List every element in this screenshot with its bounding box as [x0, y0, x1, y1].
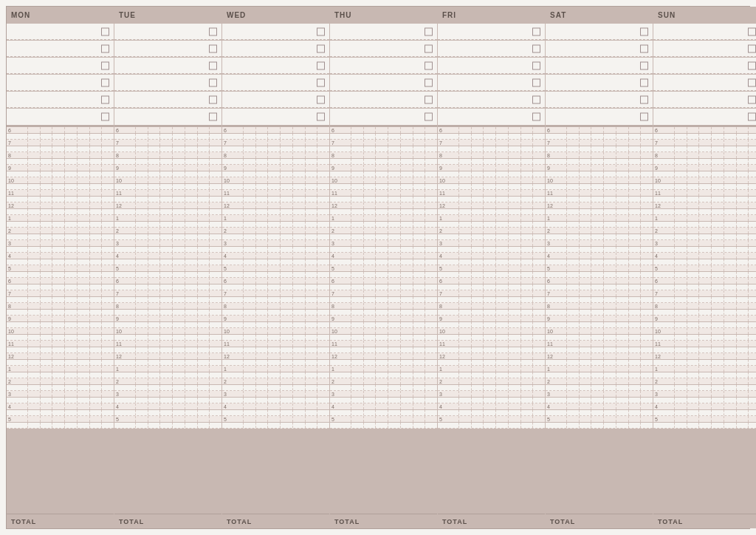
- time-cell-0-18-5[interactable]: [78, 353, 90, 359]
- time-subcell-3-0-4[interactable]: [388, 134, 401, 139]
- time-cell-6-10-3[interactable]: [699, 253, 712, 259]
- time-cell-3-13-5[interactable]: [401, 290, 413, 296]
- time-cell-5-2-3[interactable]: [591, 152, 604, 158]
- time-subcell-4-8-3[interactable]: [484, 234, 496, 239]
- time-subcell-0-4-4[interactable]: [65, 184, 78, 189]
- time-subcell-3-22-2[interactable]: [364, 410, 377, 415]
- time-subcell-3-15-0[interactable]: [339, 322, 351, 327]
- time-subcell-1-18-7[interactable]: [210, 360, 221, 365]
- time-cell-3-1-0[interactable]: [339, 140, 351, 146]
- time-cell-0-8-0[interactable]: [16, 228, 28, 234]
- time-cell-4-1-3[interactable]: [484, 140, 496, 146]
- time-cell-4-9-3[interactable]: [484, 240, 496, 246]
- time-cell-6-23-4[interactable]: [712, 416, 724, 422]
- time-subcell-4-19-0[interactable]: [447, 372, 459, 378]
- time-subcell-6-8-0[interactable]: [662, 234, 675, 239]
- time-cell-1-4-2[interactable]: [148, 177, 161, 183]
- time-cell-2-15-4[interactable]: [281, 316, 293, 321]
- time-cell-5-15-3[interactable]: [591, 316, 604, 321]
- time-subcell-1-0-3[interactable]: [160, 134, 173, 139]
- time-subcell-1-14-3[interactable]: [160, 310, 173, 315]
- time-cell-4-9-2[interactable]: [472, 240, 484, 246]
- time-cell-3-11-3[interactable]: [376, 265, 388, 271]
- time-cell-3-15-4[interactable]: [388, 316, 401, 321]
- time-cell-6-12-7[interactable]: [749, 278, 756, 284]
- time-subcell-2-6-6[interactable]: [306, 209, 318, 214]
- time-subcell-6-1-3[interactable]: [699, 146, 712, 151]
- time-subcell-0-4-3[interactable]: [52, 184, 65, 189]
- time-cell-4-15-5[interactable]: [509, 316, 521, 321]
- time-subcell-6-14-3[interactable]: [699, 310, 712, 315]
- time-subcell-2-18-2[interactable]: [256, 360, 269, 365]
- time-subcell-4-14-5[interactable]: [509, 310, 521, 315]
- time-subcell-0-1-3[interactable]: [52, 146, 65, 151]
- time-cell-3-13-7[interactable]: [425, 290, 437, 296]
- time-cell-6-13-6[interactable]: [737, 290, 749, 296]
- time-cell-6-4-7[interactable]: [749, 177, 756, 183]
- time-cell-3-15-3[interactable]: [376, 316, 388, 321]
- time-cell-3-21-4[interactable]: [388, 391, 401, 397]
- time-subcell-0-5-5[interactable]: [78, 197, 90, 202]
- time-subcell-0-21-4[interactable]: [65, 398, 78, 403]
- time-cell-0-18-6[interactable]: [90, 353, 103, 359]
- time-cell-5-3-3[interactable]: [591, 165, 604, 171]
- time-subcell-0-8-2[interactable]: [41, 234, 53, 239]
- time-subcell-4-0-2[interactable]: [472, 134, 484, 139]
- time-subcell-2-0-4[interactable]: [281, 134, 293, 139]
- time-subcell-4-21-7[interactable]: [533, 398, 545, 403]
- time-subcell-2-22-1[interactable]: [244, 410, 256, 415]
- time-cell-2-14-5[interactable]: [293, 303, 306, 309]
- time-subcell-3-20-6[interactable]: [413, 385, 426, 390]
- time-cell-5-19-7[interactable]: [641, 366, 653, 372]
- checkbox-row-1-4[interactable]: [114, 92, 221, 108]
- time-cell-3-15-7[interactable]: [425, 316, 437, 321]
- time-subcell-0-22-1[interactable]: [28, 410, 41, 415]
- checkbox-3-4[interactable]: [425, 95, 433, 103]
- time-subcell-3-22-5[interactable]: [401, 410, 413, 415]
- time-subcell-6-7-3[interactable]: [699, 222, 712, 227]
- time-cell-3-8-3[interactable]: [376, 228, 388, 234]
- time-cell-3-13-6[interactable]: [413, 290, 426, 296]
- time-subcell-2-7-2[interactable]: [256, 222, 269, 227]
- time-cell-2-14-3[interactable]: [268, 303, 281, 309]
- checkbox-row-6-4[interactable]: [653, 92, 756, 108]
- time-cell-1-3-2[interactable]: [148, 165, 161, 171]
- time-subcell-2-21-6[interactable]: [306, 398, 318, 403]
- time-subcell-6-4-1[interactable]: [675, 184, 687, 189]
- time-cell-0-8-1[interactable]: [28, 228, 41, 234]
- checkbox-row-2-0[interactable]: [222, 24, 329, 40]
- time-subcell-2-20-3[interactable]: [268, 385, 281, 390]
- time-subcell-1-4-0[interactable]: [123, 184, 136, 189]
- checkbox-row-2-5[interactable]: [222, 109, 329, 125]
- checkbox-2-1[interactable]: [317, 44, 325, 52]
- time-cell-1-15-4[interactable]: [173, 316, 185, 321]
- time-cell-4-20-3[interactable]: [484, 378, 496, 384]
- time-subcell-0-5-3[interactable]: [52, 197, 65, 202]
- time-subcell-0-6-2[interactable]: [41, 209, 53, 214]
- checkbox-4-3[interactable]: [532, 78, 540, 86]
- time-cell-2-22-2[interactable]: [256, 403, 269, 409]
- time-cell-2-13-5[interactable]: [293, 290, 306, 296]
- time-cell-1-21-7[interactable]: [210, 391, 221, 397]
- time-cell-6-14-7[interactable]: [749, 303, 756, 309]
- time-subcell-4-2-7[interactable]: [533, 159, 545, 164]
- time-subcell-0-19-1[interactable]: [28, 372, 41, 378]
- time-subcell-3-13-2[interactable]: [364, 297, 377, 302]
- time-subcell-1-0-7[interactable]: [210, 134, 221, 139]
- time-subcell-0-13-5[interactable]: [78, 297, 90, 302]
- time-cell-3-13-4[interactable]: [388, 290, 401, 296]
- time-subcell-2-16-3[interactable]: [268, 335, 281, 340]
- time-subcell-0-11-6[interactable]: [90, 272, 103, 277]
- time-subcell-6-15-5[interactable]: [724, 322, 737, 327]
- time-subcell-1-5-5[interactable]: [185, 197, 198, 202]
- time-cell-3-10-7[interactable]: [425, 253, 437, 259]
- time-cell-0-14-2[interactable]: [41, 303, 53, 309]
- time-subcell-5-22-5[interactable]: [616, 410, 629, 415]
- time-cell-5-6-7[interactable]: [641, 202, 653, 208]
- time-cell-0-5-6[interactable]: [90, 190, 103, 196]
- time-subcell-2-13-2[interactable]: [256, 297, 269, 302]
- time-subcell-0-10-4[interactable]: [65, 259, 78, 265]
- time-cell-5-4-6[interactable]: [629, 177, 642, 183]
- time-subcell-3-21-0[interactable]: [339, 398, 351, 403]
- time-cell-6-6-0[interactable]: [662, 202, 675, 208]
